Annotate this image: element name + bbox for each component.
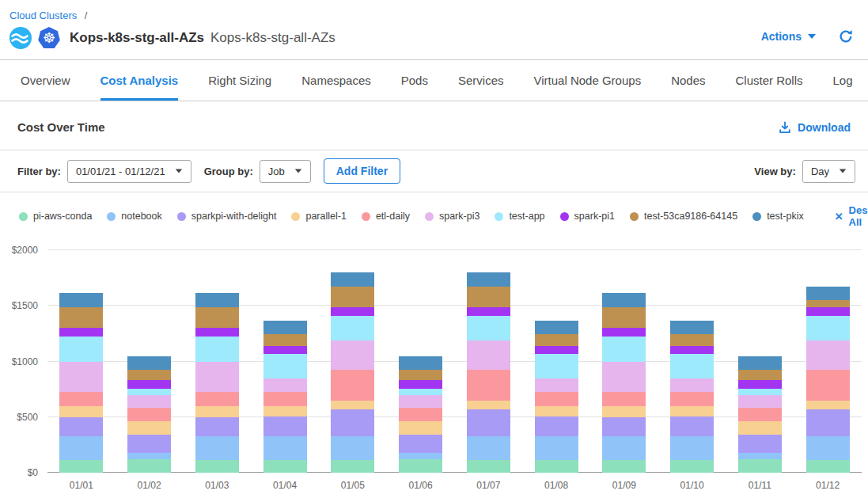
bar-segment-spark-pi3[interactable] <box>127 395 171 408</box>
legend-item-etl-daily[interactable]: etl-daily <box>362 211 410 222</box>
bar-segment-test-53ca9186-64145[interactable] <box>331 287 374 307</box>
bar-segment-test-53ca9186-64145[interactable] <box>263 334 307 346</box>
bar-segment-test-53ca9186-64145[interactable] <box>535 334 578 346</box>
bar-segment-parallel-1[interactable] <box>263 406 307 416</box>
bar-segment-parallel-1[interactable] <box>467 401 510 409</box>
bar-segment-pi-aws-conda[interactable] <box>806 460 850 473</box>
bar-segment-pi-aws-conda[interactable] <box>263 460 307 473</box>
bar-segment-notebook[interactable] <box>738 453 782 459</box>
bar-segment-notebook[interactable] <box>535 436 578 460</box>
legend-item-spark-pi1[interactable]: spark-pi1 <box>560 211 615 222</box>
deselect-all-button[interactable]: ✕ Deselect All <box>835 204 868 228</box>
bar-segment-test-app[interactable] <box>535 354 578 378</box>
breadcrumb-cloud-clusters[interactable]: Cloud Clusters <box>9 10 77 21</box>
bar-01/01[interactable] <box>59 250 103 473</box>
bar-segment-test-app[interactable] <box>467 316 510 341</box>
bar-segment-sparkpi-with-delight[interactable] <box>331 409 374 436</box>
add-filter-button[interactable]: Add Filter <box>324 158 400 184</box>
bar-segment-test-53ca9186-64145[interactable] <box>738 370 782 380</box>
bar-segment-test-pkix[interactable] <box>602 293 646 307</box>
bar-segment-test-53ca9186-64145[interactable] <box>670 334 714 346</box>
bar-segment-test-pkix[interactable] <box>738 356 782 371</box>
bar-segment-sparkpi-with-delight[interactable] <box>535 416 578 436</box>
bar-segment-notebook[interactable] <box>399 453 442 459</box>
bar-segment-spark-pi1[interactable] <box>195 328 239 337</box>
bar-segment-test-app[interactable] <box>59 337 103 362</box>
bar-segment-sparkpi-with-delight[interactable] <box>59 417 103 437</box>
bar-segment-spark-pi1[interactable] <box>467 307 510 316</box>
tab-right-sizing[interactable]: Right Sizing <box>208 74 271 101</box>
bar-segment-spark-pi1[interactable] <box>59 328 103 337</box>
bar-segment-test-53ca9186-64145[interactable] <box>59 307 103 329</box>
bar-segment-spark-pi3[interactable] <box>331 340 374 370</box>
bar-segment-test-app[interactable] <box>806 316 850 341</box>
bar-segment-parallel-1[interactable] <box>535 406 578 416</box>
bar-segment-etl-daily[interactable] <box>127 408 171 422</box>
bar-segment-notebook[interactable] <box>602 436 646 460</box>
refresh-icon[interactable] <box>838 29 854 44</box>
tab-services[interactable]: Services <box>458 74 504 101</box>
bar-segment-test-pkix[interactable] <box>127 356 171 371</box>
bar-segment-notebook[interactable] <box>127 453 171 459</box>
bar-segment-test-app[interactable] <box>670 354 714 378</box>
bar-segment-test-pkix[interactable] <box>331 272 374 287</box>
group-by-select[interactable]: Job <box>260 160 311 183</box>
legend-item-pi-aws-conda[interactable]: pi-aws-conda <box>19 211 92 222</box>
tab-virtual-node-groups[interactable]: Virtual Node Groups <box>534 74 642 101</box>
bar-segment-test-pkix[interactable] <box>670 321 714 334</box>
bar-segment-spark-pi1[interactable] <box>127 380 171 389</box>
bar-segment-etl-daily[interactable] <box>806 370 850 401</box>
bar-01/09[interactable] <box>602 250 646 473</box>
bar-segment-notebook[interactable] <box>195 436 239 460</box>
bar-segment-spark-pi3[interactable] <box>467 340 510 370</box>
bar-segment-spark-pi3[interactable] <box>670 378 714 393</box>
bar-segment-test-53ca9186-64145[interactable] <box>127 370 171 380</box>
bar-segment-spark-pi1[interactable] <box>399 380 442 389</box>
bar-segment-spark-pi1[interactable] <box>670 346 714 354</box>
bar-segment-notebook[interactable] <box>263 436 307 460</box>
bar-segment-etl-daily[interactable] <box>467 370 510 401</box>
bar-segment-etl-daily[interactable] <box>195 392 239 406</box>
bar-segment-spark-pi1[interactable] <box>331 307 374 316</box>
bar-segment-test-pkix[interactable] <box>399 356 442 371</box>
bar-segment-test-53ca9186-64145[interactable] <box>399 370 442 380</box>
bar-segment-sparkpi-with-delight[interactable] <box>602 417 646 437</box>
bar-segment-etl-daily[interactable] <box>331 370 374 401</box>
bar-segment-spark-pi3[interactable] <box>195 362 239 392</box>
bar-segment-parallel-1[interactable] <box>195 406 239 416</box>
bar-segment-etl-daily[interactable] <box>738 408 782 422</box>
bar-segment-sparkpi-with-delight[interactable] <box>670 416 714 436</box>
bar-segment-pi-aws-conda[interactable] <box>467 460 510 473</box>
legend-item-test-pkix[interactable]: test-pkix <box>752 211 804 222</box>
bar-segment-etl-daily[interactable] <box>399 408 442 422</box>
bar-segment-notebook[interactable] <box>331 436 374 460</box>
bar-segment-notebook[interactable] <box>806 436 850 460</box>
bar-segment-test-pkix[interactable] <box>467 272 510 287</box>
bar-segment-spark-pi1[interactable] <box>806 307 850 316</box>
bar-01/03[interactable] <box>195 250 239 473</box>
bar-segment-spark-pi3[interactable] <box>59 362 103 392</box>
bar-segment-test-pkix[interactable] <box>59 293 103 307</box>
bar-segment-spark-pi1[interactable] <box>602 328 646 337</box>
bar-segment-pi-aws-conda[interactable] <box>738 459 782 473</box>
bar-segment-pi-aws-conda[interactable] <box>127 459 171 473</box>
bar-segment-sparkpi-with-delight[interactable] <box>127 435 171 454</box>
bar-segment-test-app[interactable] <box>602 337 646 362</box>
bar-segment-test-app[interactable] <box>399 389 442 395</box>
bar-segment-spark-pi1[interactable] <box>263 346 307 354</box>
bar-segment-sparkpi-with-delight[interactable] <box>399 435 442 454</box>
bar-segment-test-app[interactable] <box>263 354 307 378</box>
bar-segment-pi-aws-conda[interactable] <box>399 459 442 473</box>
bar-segment-notebook[interactable] <box>467 436 510 460</box>
legend-item-sparkpi-with-delight[interactable]: sparkpi-with-delight <box>177 211 277 222</box>
bar-segment-etl-daily[interactable] <box>263 392 307 406</box>
legend-item-test-app[interactable]: test-app <box>495 211 544 222</box>
bar-01/06[interactable] <box>399 250 442 473</box>
bar-segment-parallel-1[interactable] <box>399 421 442 434</box>
bar-01/07[interactable] <box>467 250 510 473</box>
bar-segment-test-53ca9186-64145[interactable] <box>806 300 850 306</box>
bar-segment-parallel-1[interactable] <box>331 401 374 409</box>
bar-segment-test-pkix[interactable] <box>195 293 239 307</box>
bar-segment-spark-pi3[interactable] <box>806 340 850 370</box>
tab-nodes[interactable]: Nodes <box>671 74 705 101</box>
